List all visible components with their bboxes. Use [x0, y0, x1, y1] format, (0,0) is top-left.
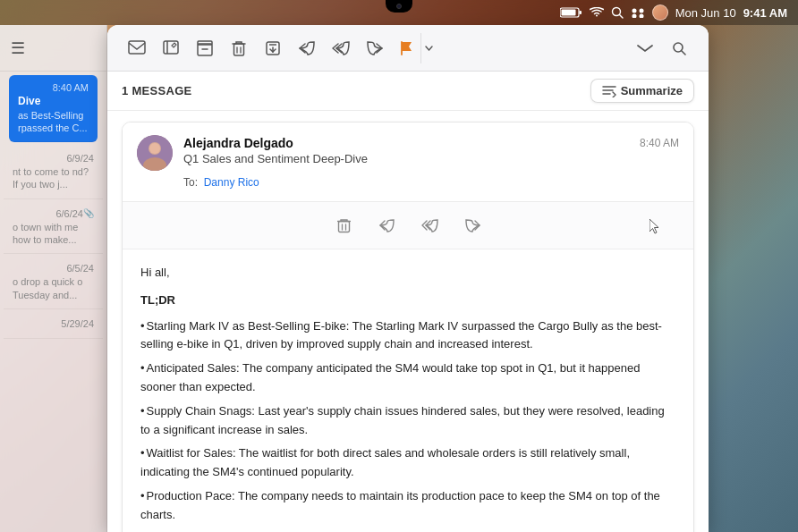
email-greeting: Hi all, [140, 264, 675, 283]
email-card: Alejandra Delgado Q1 Sales and Sentiment… [122, 122, 694, 532]
sidebar-item-3[interactable]: 6/5/24 o drop a quick o Tuesday and... [4, 256, 103, 309]
sidebar-item-1[interactable]: 6/9/24 nt to come to nd? If you two j... [4, 146, 103, 199]
delete-button[interactable] [224, 33, 254, 63]
archive-button[interactable] [190, 33, 220, 63]
email-header-top: Alejandra Delgado Q1 Sales and Sentiment… [137, 135, 679, 171]
sidebar-item-preview-0: as Best-Selling rpassed the C... [18, 109, 89, 135]
sidebar-item-wrapper-1: 6/9/24 nt to come to nd? If you two j... [4, 146, 103, 199]
sidebar-item-0[interactable]: 8:40 AM Dive as Best-Selling rpassed the… [9, 75, 98, 142]
svg-rect-10 [164, 41, 178, 54]
email-to-line: To: Danny Rico [183, 176, 679, 189]
sidebar-menu-icon[interactable]: ☰ [11, 38, 25, 58]
email-reply-all-button[interactable] [415, 211, 444, 240]
svg-rect-15 [234, 44, 244, 55]
sidebar-item-wrapper-2: 6/6/24 📎 o town with me how to make... [4, 201, 103, 255]
camera-dot [396, 4, 402, 9]
flag-dropdown-button[interactable] [420, 33, 437, 63]
email-body: Hi all, TL;DR Starling Mark IV as Best-S… [123, 249, 693, 532]
email-subject: Q1 Sales and Sentiment Deep-Dive [183, 152, 629, 165]
attachment-icon: 📎 [83, 208, 94, 218]
reply-all-button[interactable] [326, 33, 356, 63]
sidebar-item-wrapper-0: 8:40 AM Dive as Best-Selling rpassed the… [4, 75, 103, 142]
toolbar [107, 25, 709, 72]
email-trash-button[interactable] [329, 211, 358, 240]
svg-point-8 [639, 14, 643, 19]
message-list-header: 1 MESSAGE Summarize [107, 72, 709, 111]
email-forward-button[interactable] [458, 211, 487, 240]
svg-rect-2 [561, 10, 575, 16]
sidebar-item-4[interactable]: 5/29/24 [4, 311, 103, 339]
camera-notch [386, 0, 412, 13]
sidebar-item-wrapper-4: 5/29/24 [4, 311, 103, 339]
sidebar-header: ☰ [0, 25, 106, 72]
sidebar-item-date-4: 5/29/24 [13, 318, 94, 329]
email-bullet-2: Supply Chain Snags: Last year's supply c… [140, 402, 675, 440]
email-content[interactable]: Alejandra Delgado Q1 Sales and Sentiment… [107, 111, 709, 532]
sidebar-item-preview-3: o drop a quick o Tuesday and... [13, 275, 94, 301]
sidebar-item-subject-0: Dive [18, 95, 89, 109]
search-mail-button[interactable] [664, 33, 694, 63]
more-actions-button[interactable] [630, 33, 660, 63]
avatar [137, 135, 173, 171]
sidebar-item-preview-2: o town with me how to make... [13, 221, 94, 247]
summarize-icon [602, 85, 616, 97]
svg-point-6 [639, 9, 643, 13]
control-center-icon[interactable] [631, 7, 645, 18]
email-to-label: To: [183, 176, 198, 189]
svg-point-5 [632, 9, 636, 13]
sidebar-item-date-1: 6/9/24 [13, 153, 94, 164]
reply-button[interactable] [292, 33, 322, 63]
email-header: Alejandra Delgado Q1 Sales and Sentiment… [123, 122, 693, 202]
email-reply-button[interactable] [372, 211, 401, 240]
wifi-icon [590, 7, 604, 18]
email-bullet-3: Waitlist for Sales: The waitlist for bot… [140, 444, 675, 482]
forward-button[interactable] [360, 33, 390, 63]
svg-rect-9 [129, 41, 145, 54]
sidebar-item-date-2: 6/6/24 📎 [13, 208, 94, 219]
email-bullet-4: Production Pace: The company needs to ma… [140, 487, 675, 525]
email-sender: Alejandra Delgado [183, 135, 629, 151]
battery-icon [560, 7, 582, 18]
svg-point-30 [149, 143, 160, 154]
sidebar-item-2[interactable]: 6/6/24 📎 o town with me how to make... [4, 201, 103, 255]
message-count: 1 MESSAGE [122, 84, 192, 97]
search-icon[interactable] [611, 6, 624, 19]
email-bullet-1: Anticipated Sales: The company anticipat… [140, 359, 675, 397]
menubar-right: Mon Jun 10 9:41 AM [560, 4, 787, 21]
sidebar: ☰ 8:40 AM Dive as Best-Selling rpassed t… [0, 25, 107, 532]
sidebar-item-date-0: 8:40 AM [18, 82, 89, 93]
menubar-date: Mon Jun 10 [675, 6, 736, 20]
mail-window: 1 MESSAGE Summarize [107, 25, 709, 532]
compose-button[interactable] [156, 33, 186, 63]
summarize-button[interactable]: Summarize [590, 79, 694, 103]
svg-rect-13 [198, 41, 212, 45]
menubar-time: 9:41 AM [743, 6, 787, 20]
flag-button[interactable] [394, 33, 420, 63]
sidebar-item-wrapper-3: 6/5/24 o drop a quick o Tuesday and... [4, 256, 103, 309]
email-bullets: Starling Mark IV as Best-Selling E-bike:… [140, 317, 675, 525]
email-time: 8:40 AM [640, 137, 679, 149]
svg-line-23 [682, 51, 685, 55]
svg-line-4 [619, 15, 623, 19]
sidebar-item-date-3: 6/5/24 [13, 263, 94, 274]
svg-rect-31 [338, 221, 349, 232]
email-to-recipient: Danny Rico [204, 176, 259, 189]
svg-point-7 [632, 14, 636, 19]
email-meta: Alejandra Delgado Q1 Sales and Sentiment… [183, 135, 629, 165]
summarize-label: Summarize [621, 84, 683, 97]
svg-rect-1 [579, 11, 582, 14]
flag-button-group [394, 33, 437, 63]
email-bullet-0: Starling Mark IV as Best-Selling E-bike:… [140, 317, 675, 355]
email-action-bar [123, 202, 693, 249]
user-avatar-icon[interactable] [652, 4, 668, 21]
email-tldr: TL;DR [140, 291, 675, 310]
sidebar-item-preview-1: nt to come to nd? If you two j... [13, 165, 94, 191]
junk-button[interactable] [258, 33, 288, 63]
new-message-button[interactable] [122, 33, 152, 63]
